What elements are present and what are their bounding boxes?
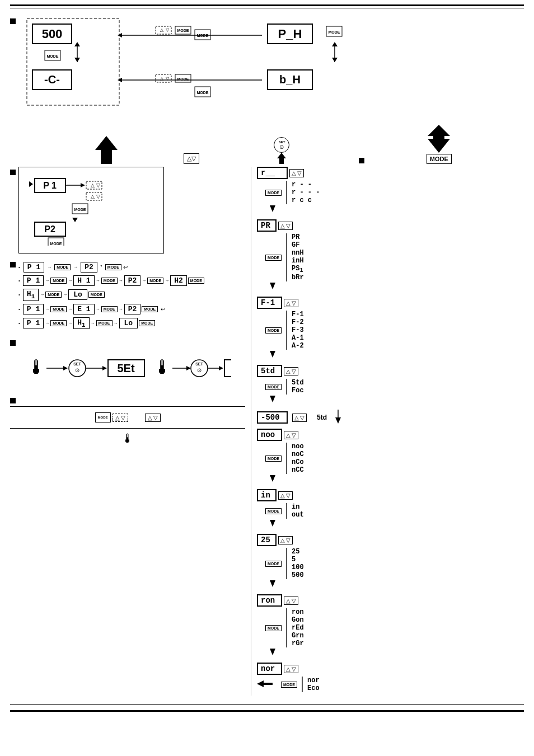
large-updown-arrow-right: MODE bbox=[425, 122, 453, 164]
F1-opt-F3: F-3 bbox=[292, 326, 304, 334]
svg-text:SET: SET bbox=[73, 362, 81, 366]
updown-F1: △▽ bbox=[284, 299, 298, 307]
hr1 bbox=[10, 406, 245, 407]
tree-section-in: in △▽ MODE in out bbox=[257, 489, 463, 530]
top-section: 500 MODE -C- MODE bbox=[10, 14, 524, 114]
tree-section-5td: 5td △▽ MODE 5td Foc bbox=[257, 365, 463, 406]
ron-opt-rEd: rEd bbox=[292, 624, 304, 632]
mode-arrow-5td: MODE bbox=[257, 379, 282, 395]
r-opt-2: r - - - bbox=[292, 189, 320, 196]
tree-header-r: r__ △▽ bbox=[257, 167, 463, 179]
noo-opt-noo: noo bbox=[292, 443, 304, 450]
ron-opt-Gon: Gon bbox=[292, 616, 304, 624]
tree-ron-content: MODE ron Gon rEd Grn rGr bbox=[257, 607, 463, 647]
PR-opt-PR: PR bbox=[292, 233, 304, 241]
svg-text:MODE: MODE bbox=[197, 34, 209, 37]
large-up-arrow bbox=[92, 133, 120, 164]
left-column: P 1 △ ▽ △ ▽ bbox=[10, 167, 245, 696]
svg-text:▽: ▽ bbox=[166, 76, 170, 81]
PR-opt-nnH: nnH bbox=[292, 249, 304, 257]
tree-section-25: 25 △▽ MODE 25 5 100 500 bbox=[257, 534, 463, 591]
section-marker-s4 bbox=[10, 398, 16, 403]
mode-btn-label: MODE bbox=[98, 416, 108, 419]
down-arrow-500 bbox=[334, 410, 342, 425]
bottom-icons-row: MODE △ ▽ △ ▽ bbox=[10, 410, 245, 425]
top-rule-thick bbox=[10, 4, 524, 6]
tree-header-5td: 5td △▽ bbox=[257, 365, 463, 377]
updown-5td: △▽ bbox=[284, 367, 298, 375]
F1-options: F-1 F-2 F-3 A-1 A-2 bbox=[286, 311, 304, 350]
svg-text:△: △ bbox=[91, 182, 95, 188]
ron-opt-rGr: rGr bbox=[292, 640, 304, 647]
nor-opt-Eco: Eco bbox=[307, 684, 320, 692]
tree-header-25: 25 △▽ bbox=[257, 534, 463, 546]
tree-section-ron: ron △▽ MODE ron Gon rEd Grn rGr bbox=[257, 594, 463, 659]
section-marker-mid bbox=[359, 156, 367, 164]
down-arrow-r bbox=[268, 205, 463, 216]
svg-marker-39 bbox=[428, 125, 450, 153]
svg-marker-71 bbox=[186, 366, 191, 370]
tree-header-ron: ron △▽ bbox=[257, 594, 463, 607]
svg-marker-40 bbox=[29, 181, 33, 187]
display-PR: PR bbox=[257, 219, 277, 232]
svg-marker-89 bbox=[257, 680, 273, 687]
PR-opt-PS1: PS1 bbox=[292, 265, 304, 274]
display-in: in bbox=[257, 489, 277, 501]
nav-mode1: MODE bbox=[54, 264, 71, 270]
25-opt-500: 500 bbox=[292, 571, 304, 579]
mode-arrow-25: MODE bbox=[257, 548, 282, 579]
section-marker-s3 bbox=[10, 340, 16, 346]
tree-section-500: -500 △▽ 5td bbox=[257, 410, 463, 425]
25-opt-5: 5 bbox=[292, 556, 304, 564]
bottom-rule-thin bbox=[10, 704, 524, 705]
tree-section-PR: PR △▽ MODE PR GF nnH inH PS1 bR bbox=[257, 219, 463, 293]
top-rule-thin bbox=[10, 8, 524, 8]
display-r: r__ bbox=[257, 167, 288, 179]
set-nav: SET ⊙ bbox=[274, 137, 289, 164]
tree-r-content: MODE r - - r - - - r c c bbox=[257, 179, 463, 204]
display-ron: ron bbox=[257, 594, 282, 607]
in-opt-in: in bbox=[292, 503, 304, 511]
25-options: 25 5 100 500 bbox=[286, 548, 304, 579]
tree-header-F1: F-1 △▽ bbox=[257, 297, 463, 309]
svg-marker-11 bbox=[118, 33, 122, 37]
noo-options: noo noC nCo nCC bbox=[286, 443, 304, 474]
svg-marker-44 bbox=[81, 183, 85, 187]
right-column: r__ △▽ MODE r - - r - - - r c c bbox=[251, 167, 463, 696]
svg-text:△: △ bbox=[160, 27, 164, 32]
page: 500 MODE -C- MODE bbox=[0, 0, 534, 718]
down-arrow-5td bbox=[268, 396, 463, 406]
svg-marker-80 bbox=[270, 283, 275, 289]
top-diagram-area: 500 MODE -C- MODE bbox=[21, 14, 524, 114]
svg-text:-C-: -C- bbox=[44, 73, 60, 86]
svg-marker-37 bbox=[95, 136, 118, 164]
tree-nor-content: MODE nor Eco bbox=[257, 675, 463, 692]
svg-marker-76 bbox=[219, 366, 223, 370]
updown-solid: △ ▽ bbox=[145, 414, 161, 422]
top-diagram-svg: 500 MODE -C- MODE bbox=[21, 14, 346, 112]
svg-text:P 1: P 1 bbox=[43, 181, 57, 190]
mode-arrow-r: MODE bbox=[257, 181, 282, 204]
F1-opt-A2: A-2 bbox=[292, 342, 304, 350]
main-middle: P 1 △ ▽ △ ▽ bbox=[10, 167, 524, 696]
svg-text:P2: P2 bbox=[44, 224, 55, 234]
svg-marker-66 bbox=[102, 366, 107, 370]
PR-options: PR GF nnH inH PS1 bRr bbox=[286, 233, 304, 281]
down-arrow-in bbox=[268, 520, 463, 530]
svg-text:b_H: b_H bbox=[279, 73, 301, 86]
noo-opt-noC: noC bbox=[292, 450, 304, 458]
section-marker-s1 bbox=[10, 170, 16, 175]
tree-PR-content: MODE PR GF nnH inH PS1 bRr bbox=[257, 232, 463, 281]
nav-row-5: • P 1 → MODE → H1 → MODE → Lo MODE bbox=[18, 317, 204, 330]
in-options: in out bbox=[286, 503, 304, 519]
F1-opt-A1: A-1 bbox=[292, 334, 304, 342]
svg-text:⊙: ⊙ bbox=[197, 367, 202, 373]
tree-section-F1: F-1 △▽ MODE F-1 F-2 F-3 A-1 A-2 bbox=[257, 297, 463, 361]
mode-btn-bottom[interactable]: MODE bbox=[95, 412, 111, 422]
section-marker-1 bbox=[10, 18, 16, 24]
mode-arrow-in: MODE bbox=[257, 503, 282, 519]
svg-text:⊙: ⊙ bbox=[75, 367, 79, 373]
svg-rect-0 bbox=[27, 18, 119, 105]
svg-marker-82 bbox=[270, 396, 275, 402]
mode-arrow-F1: MODE bbox=[257, 311, 282, 350]
